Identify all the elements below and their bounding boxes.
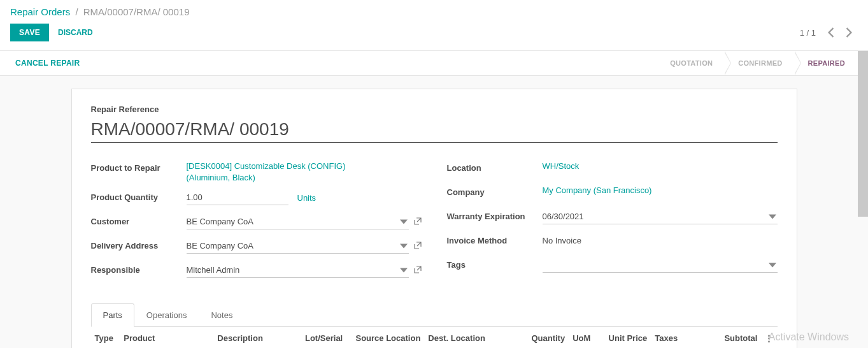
customer-label: Customer (91, 214, 187, 226)
step-quotation[interactable]: QUOTATION (657, 51, 725, 75)
responsible-label: Responsible (91, 263, 187, 275)
delivery-address-select[interactable] (187, 238, 409, 254)
tabs: Parts Operations Notes (91, 303, 778, 327)
parts-table: Type Product Description Lot/Serial Sour… (91, 327, 778, 348)
discard-button[interactable]: DISCARD (49, 24, 102, 41)
external-link-icon (414, 217, 422, 225)
company-label: Company (447, 185, 543, 197)
caret-down-icon (769, 261, 776, 271)
location-label: Location (447, 161, 543, 173)
external-link-icon (414, 242, 422, 249)
caret-down-icon (400, 218, 408, 228)
action-bar: CANCEL REPAIR QUOTATION CONFIRMED REPAIR… (0, 50, 868, 76)
cancel-repair-button[interactable]: CANCEL REPAIR (10, 51, 85, 75)
tab-notes[interactable]: Notes (199, 303, 245, 327)
step-repaired[interactable]: REPAIRED (795, 51, 858, 75)
col-lot[interactable]: Lot/Serial (301, 327, 352, 348)
col-product[interactable]: Product (120, 327, 213, 348)
col-taxes[interactable]: Taxes (651, 327, 711, 348)
product-quantity-input[interactable] (187, 190, 288, 205)
product-quantity-unit[interactable]: Units (297, 193, 317, 203)
product-to-repair-label: Product to Repair (91, 161, 187, 173)
pager: 1 / 1 (800, 24, 858, 41)
breadcrumb-root[interactable]: Repair Orders (10, 6, 70, 17)
caret-down-icon (400, 266, 408, 276)
tags-input[interactable] (543, 257, 778, 273)
breadcrumb-current: RMA/00007/RMA/ 00019 (83, 6, 190, 17)
toolbar: SAVE DISCARD 1 / 1 (10, 20, 858, 50)
breadcrumb: Repair Orders / RMA/00007/RMA/ 00019 (10, 0, 858, 20)
delivery-external-link[interactable] (414, 242, 422, 251)
location-value[interactable]: WH/Stock (543, 161, 580, 172)
col-src[interactable]: Source Location (352, 327, 424, 348)
pager-prev-button[interactable] (822, 24, 840, 41)
invoice-method-value: No Invoice (543, 233, 581, 245)
repair-reference-label: Repair Reference (91, 105, 778, 114)
col-qty[interactable]: Quantity (525, 327, 569, 348)
external-link-icon (414, 266, 422, 273)
delivery-address-label: Delivery Address (91, 238, 187, 250)
breadcrumb-sep: / (75, 6, 78, 17)
warranty-expiration-input[interactable] (543, 209, 778, 224)
company-value[interactable]: My Company (San Francisco) (543, 185, 652, 196)
status-steps: QUOTATION CONFIRMED REPAIRED (657, 51, 858, 75)
customer-external-link[interactable] (414, 217, 422, 227)
col-dest[interactable]: Dest. Location (424, 327, 524, 348)
responsible-external-link[interactable] (414, 266, 422, 275)
tab-parts[interactable]: Parts (91, 303, 134, 327)
pager-next-button[interactable] (840, 24, 858, 41)
chevron-right-icon (846, 27, 852, 38)
col-subtotal[interactable]: Subtotal (711, 327, 761, 348)
col-options[interactable]: ⋮ (761, 327, 777, 348)
tab-operations[interactable]: Operations (134, 303, 199, 327)
responsible-select[interactable] (187, 263, 409, 278)
form-sheet: Repair Reference Product to Repair [DESK… (71, 89, 797, 348)
step-confirmed[interactable]: CONFIRMED (725, 51, 795, 75)
pager-text: 1 / 1 (800, 28, 816, 38)
col-uom[interactable]: UoM (569, 327, 601, 348)
caret-down-icon (400, 242, 408, 252)
caret-down-icon (769, 213, 776, 222)
customer-select[interactable] (187, 214, 409, 229)
invoice-method-label: Invoice Method (447, 233, 543, 245)
repair-reference-input[interactable] (91, 118, 778, 143)
product-quantity-label: Product Quantity (91, 190, 187, 202)
tags-label: Tags (447, 257, 543, 270)
col-price[interactable]: Unit Price (601, 327, 651, 348)
col-type[interactable]: Type (91, 327, 120, 348)
product-to-repair-value[interactable]: [DESK0004] Customizable Desk (CONFIG) (A… (187, 161, 384, 184)
col-description[interactable]: Description (213, 327, 301, 348)
scrollbar[interactable] (858, 51, 868, 217)
save-button[interactable]: SAVE (10, 24, 49, 41)
warranty-expiration-label: Warranty Expiration (447, 209, 543, 221)
chevron-left-icon (828, 27, 834, 38)
